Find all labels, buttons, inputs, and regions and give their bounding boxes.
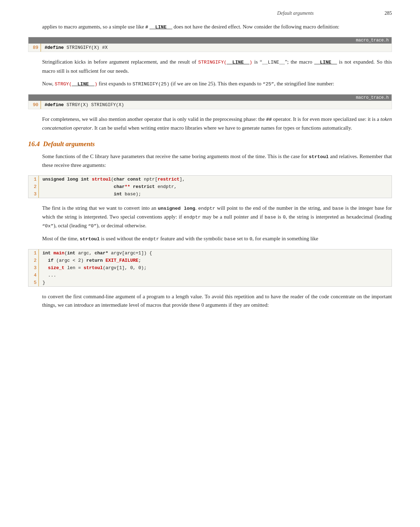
strtoul-fn: strtoul: [92, 177, 111, 182]
strtoul-linenum-2: 2: [28, 183, 39, 190]
kw-restrict1: restrict: [158, 177, 179, 182]
define-keyword-89: #define: [45, 45, 64, 50]
strtoul-line-3: 3 int base);: [28, 190, 392, 198]
code-line-89: 89 #define STRINGIFY(X) #X: [28, 44, 392, 52]
strgy-close: ): [94, 82, 97, 87]
line-string: __LINE__: [262, 60, 285, 65]
code-block-main: 1 int main(int argc, char* argv[argc+1])…: [28, 249, 392, 287]
strtoul-description: The first is the string that we want to …: [42, 204, 392, 243]
line-macro-inline: __LINE__: [150, 25, 172, 30]
base-inline3: base: [224, 236, 236, 242]
stringify-close: ): [249, 60, 252, 65]
kw-char-star: char*: [94, 251, 108, 256]
line-macro-3: __LINE__: [72, 82, 94, 87]
page-header: Default arguments 285: [28, 11, 392, 16]
endptr-inline3: endptr: [142, 236, 159, 242]
line-num-89: 89: [28, 44, 41, 52]
stringify-25: STRINGIFY(25): [132, 82, 169, 87]
size-t: size_t: [48, 265, 65, 271]
line-num-90: 90: [28, 101, 41, 109]
exit-failure: EXIT_FAILURE: [105, 258, 138, 263]
main-linenum-4: 4: [28, 272, 39, 279]
page-number: 285: [385, 11, 392, 16]
oct-prefix: “0”: [88, 223, 97, 229]
main-line-5: 5 }: [28, 279, 392, 286]
main-line-1: 1 int main(int argc, char* argv[argc+1])…: [28, 249, 392, 257]
intro-paragraph: applies to macro arguments, so a simple …: [42, 22, 392, 31]
code-block-89-header: macro_trace.h: [28, 37, 392, 44]
zero-inline: 0: [283, 215, 286, 220]
strtoul-linenum-1: 1: [28, 176, 39, 183]
kw-char: char const: [114, 177, 141, 182]
main-code-5: }: [39, 279, 49, 286]
main-linenum-2: 2: [28, 257, 39, 264]
completeness-paragraph: For completeness, we will also mention a…: [42, 115, 392, 132]
strtoul-code-3: int base);: [39, 190, 145, 198]
code-line-90: 90 #define STRGY(X) STRINGIFY(X): [28, 101, 392, 109]
kw-unsigned: unsigned long int: [42, 177, 89, 182]
kw-if: if: [48, 258, 54, 263]
strtoul-bold2: strtoul: [80, 236, 100, 242]
section-number: 16.4: [28, 140, 40, 148]
kw-return: return: [86, 258, 103, 263]
main-line-4: 4 ...: [28, 272, 392, 279]
main-code-2: if (argc < 2) return EXIT_FAILURE;: [39, 257, 145, 264]
double-hash: ##: [266, 117, 272, 122]
base-inline2: base: [264, 215, 276, 220]
strtoul-bold: strtoul: [309, 154, 329, 160]
section-intro-paragraph: Some functions of the C library have par…: [42, 152, 392, 170]
endptr-inline: endptr: [198, 206, 215, 211]
page-header-title: Default arguments: [206, 11, 385, 16]
strgy-call: STRGY(: [55, 82, 72, 87]
hex-prefix: “0x”: [42, 223, 53, 229]
strtoul-linenum-3: 3: [28, 190, 39, 198]
kw-int2: int: [67, 251, 75, 256]
main-code-1: int main(int argc, char* argv[argc+1]) {: [39, 249, 156, 257]
main-linenum-1: 1: [28, 249, 39, 257]
main-linenum-5: 5: [28, 279, 39, 286]
line-code-89: #define STRINGIFY(X) #X: [41, 44, 111, 52]
main-line-2: 2 if (argc < 2) return EXIT_FAILURE;: [28, 257, 392, 264]
kw-int: int: [114, 191, 122, 197]
quote-25: “25”: [263, 82, 274, 87]
star-star: **: [125, 184, 130, 189]
code-block-90: macro_trace.h 90 #define STRGY(X) STRING…: [28, 94, 392, 109]
page: Default arguments 285 applies to macro a…: [0, 0, 420, 328]
section-heading: 16.4 Default arguments: [28, 140, 392, 148]
kw-int-main: int: [42, 251, 51, 256]
line-macro-2: __LINE__: [314, 60, 337, 65]
main-code-4: ...: [39, 272, 60, 279]
main-fn: main: [53, 251, 64, 256]
hash-symbol: #: [145, 25, 148, 30]
zero-inline2: 0: [250, 236, 252, 242]
main-line-3: 3 size_t len = strtoul(argv[1], 0, 0);: [28, 264, 392, 272]
line-macro-1: __LINE__: [227, 60, 249, 65]
endptr-inline2: endptr: [184, 215, 201, 220]
strtoul-line-2: 2 char** restrict endptr,: [28, 183, 392, 190]
strtoul-code-1: unsigned long int strtoul(char const npt…: [39, 176, 189, 183]
convert-paragraph: to convert the first command-line argume…: [42, 292, 392, 310]
code-block-89: macro_trace.h 89 #define STRINGIFY(X) #X: [28, 37, 392, 52]
main-linenum-3: 3: [28, 264, 39, 272]
line-code-90: #define STRGY(X) STRINGIFY(X): [41, 101, 127, 109]
section-title: Default arguments: [43, 140, 95, 148]
define-keyword-90: #define: [45, 102, 64, 108]
base-inline: base: [332, 206, 343, 211]
unsigned-long-bold: unsigned long: [158, 206, 195, 211]
kw-restrict2: restrict: [133, 184, 155, 189]
strtoul-code-2: char** restrict endptr,: [39, 183, 180, 190]
strtoul-line-1: 1 unsigned long int strtoul(char const n…: [28, 176, 392, 183]
strtoul-call: strtoul: [84, 265, 103, 271]
main-code-3: size_t len = strtoul(argv[1], 0, 0);: [39, 264, 150, 272]
token-concat-label: token concatenation operator: [42, 116, 392, 131]
code-block-90-header: macro_trace.h: [28, 95, 392, 101]
code-block-strtoul: 1 unsigned long int strtoul(char const n…: [28, 175, 392, 198]
kw-char2: char: [114, 184, 125, 189]
stringify-paragraph: Stringification kicks in before argument…: [42, 58, 392, 88]
stringify-call: STRINGIFY(: [198, 60, 227, 65]
